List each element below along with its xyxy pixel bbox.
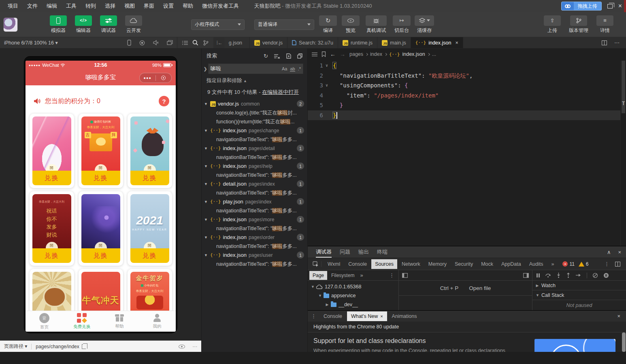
- editor-scrollbar[interactable]: T: [620, 61, 626, 246]
- fold-icon[interactable]: ∨: [326, 61, 333, 71]
- redeem-button[interactable]: 兑换: [81, 171, 120, 185]
- devtab-appdata[interactable]: AppData: [498, 259, 525, 269]
- whole-word-toggle[interactable]: ab: [290, 66, 295, 72]
- capsule-more-icon[interactable]: ●●●: [140, 76, 155, 80]
- result-file-row[interactable]: ▼ {··} index.jsonpages\help 1: [202, 162, 307, 171]
- remote-debug-button[interactable]: 真机调试: [364, 15, 389, 34]
- window-restore-button[interactable]: [607, 4, 613, 8]
- menu-tools[interactable]: 工具: [62, 1, 80, 11]
- redeem-button[interactable]: 兑换: [130, 171, 169, 185]
- outline-icon[interactable]: [312, 52, 317, 57]
- open-in-editor-link[interactable]: 在编辑器中打开: [262, 89, 299, 95]
- tab-output[interactable]: 输出: [355, 247, 372, 257]
- drawer-scrollbar[interactable]: [622, 332, 626, 352]
- mute-icon[interactable]: [153, 40, 159, 45]
- tab-terminal[interactable]: 终端: [374, 247, 391, 257]
- cover-card[interactable]: 2021 HAPPY NEW YEAR 開 兑换: [128, 191, 172, 266]
- search-icon[interactable]: [192, 40, 198, 46]
- capsule-close-icon[interactable]: [156, 76, 172, 80]
- search-input-box[interactable]: Aa ab .*: [208, 63, 303, 74]
- clear-cache-button[interactable]: 清缓存: [415, 15, 434, 34]
- tab-home[interactable]: ♕ 首页: [26, 311, 63, 332]
- tab-mine[interactable]: 我的: [138, 311, 176, 332]
- result-file-row[interactable]: ▼ {··} index.jsonpages\more 1: [202, 215, 307, 224]
- pause-on-exceptions-icon[interactable]: [603, 273, 609, 278]
- breadcrumb-file[interactable]: index.json: [402, 51, 425, 57]
- nav-tabs-overflow[interactable]: »: [358, 272, 364, 278]
- breadcrumb-pages[interactable]: pages: [349, 51, 363, 57]
- background-switch-button[interactable]: ↦ 切后台: [392, 15, 411, 34]
- result-match-line[interactable]: navigationBarTitleText": "哆啦多多...: [202, 260, 307, 269]
- refresh-icon[interactable]: ↻: [264, 53, 268, 59]
- close-tab-icon[interactable]: ×: [380, 314, 383, 319]
- menu-file[interactable]: 文件: [23, 1, 41, 11]
- result-file-row[interactable]: ▼ JS vendor.jscommon 2: [202, 99, 307, 108]
- result-file-row[interactable]: ▼ {··} index.jsonpages\order 1: [202, 233, 307, 242]
- devtab-wxml[interactable]: Wxml: [324, 259, 344, 269]
- help-button[interactable]: ?: [159, 96, 169, 106]
- pause-script-icon[interactable]: [537, 273, 540, 277]
- cover-card[interactable]: 開 兑换: [30, 114, 74, 188]
- menu-help[interactable]: 帮助: [179, 1, 197, 11]
- more-actions-icon[interactable]: ⋯: [614, 40, 620, 46]
- deactivate-breakpoints-icon[interactable]: [592, 273, 598, 278]
- tab-index-json[interactable]: {··}index.json×: [411, 37, 463, 48]
- drawer-tab-whats-new[interactable]: What's New×: [347, 311, 387, 321]
- step-icon[interactable]: [576, 273, 581, 277]
- search-input[interactable]: [211, 66, 243, 72]
- result-match-line[interactable]: console.log(e),{title:"我正在哆啦封...: [202, 108, 307, 117]
- tab-free-redeem[interactable]: 免费兑换: [63, 311, 101, 332]
- upload-button[interactable]: ⇧ 上传: [543, 15, 562, 34]
- menu-settings[interactable]: 设置: [160, 1, 177, 11]
- result-file-row[interactable]: ▼ {··} index.jsonpages\detail 1: [202, 144, 307, 153]
- result-match-line[interactable]: navigationBarTitleText": "哆啦多多...: [202, 188, 307, 197]
- devtab-network[interactable]: Network: [398, 259, 424, 269]
- close-panel-icon[interactable]: ×: [618, 249, 621, 255]
- tab-debugger[interactable]: 调试器: [313, 247, 335, 257]
- tree-item-dev[interactable]: ▶ __dev__: [308, 300, 398, 309]
- step-out-icon[interactable]: [566, 273, 571, 278]
- match-case-toggle[interactable]: Aa: [282, 66, 287, 71]
- redeem-button[interactable]: 兑换: [32, 171, 71, 185]
- search-filter-toggle[interactable]: 指定目录和排除 ▲: [202, 76, 307, 86]
- device-selector[interactable]: iPhone 6/7/8 100% 16 ▾: [4, 40, 58, 46]
- result-file-row[interactable]: ▼ {··} index.jsonpages\change 1: [202, 126, 307, 135]
- step-into-icon[interactable]: [556, 273, 561, 278]
- collapse-left-icon[interactable]: [402, 273, 408, 278]
- drawer-menu-icon[interactable]: ⋮: [311, 313, 316, 319]
- result-match-line[interactable]: navigationBarTitleText": "哆啦多多...: [202, 171, 307, 180]
- inspect-icon[interactable]: [313, 261, 319, 267]
- code-editor[interactable]: 1 ∨ { 2 "navigationBarTitleText": "欧皇源码论…: [308, 60, 626, 246]
- scheme-select[interactable]: 小程序模式: [191, 19, 245, 30]
- tab-runtime-js[interactable]: JSruntime.js: [338, 37, 377, 48]
- tab-vendor-js[interactable]: JSvendor.js: [250, 37, 287, 48]
- version-control-button[interactable]: 版本管理: [566, 15, 591, 34]
- result-match-line[interactable]: navigationBarTitleText": "哆啦多多...: [202, 135, 307, 144]
- window-close-button[interactable]: ×: [618, 3, 622, 9]
- source-control-icon[interactable]: [203, 40, 209, 46]
- watch-section[interactable]: ▶ Watch: [532, 281, 626, 290]
- compile-mode-select[interactable]: 普通编译: [254, 19, 314, 30]
- menu-select[interactable]: 选择: [101, 1, 119, 11]
- menu-devtools[interactable]: 微信开发者工具: [198, 1, 243, 11]
- clear-results-icon[interactable]: [274, 54, 280, 59]
- back-icon[interactable]: ←: [330, 51, 336, 57]
- copy-icon[interactable]: [82, 344, 86, 349]
- menu-view[interactable]: 视图: [121, 1, 138, 11]
- debugger-toggle-button[interactable]: 调试器: [99, 15, 118, 34]
- open-file-label[interactable]: Open file: [469, 285, 491, 291]
- breadcrumb-index[interactable]: index: [370, 51, 382, 57]
- result-match-line[interactable]: navigationBarTitleText": "哆啦多多...: [202, 206, 307, 215]
- result-file-row[interactable]: ▼ {··} detail.jsonpages\index 1: [202, 180, 307, 188]
- call-stack-section[interactable]: ▼ Call Stack: [532, 290, 626, 300]
- tab-search-results[interactable]: Search: 32.u7u: [287, 37, 338, 48]
- drawer-tab-animations[interactable]: Animations: [388, 311, 421, 321]
- split-editor-icon[interactable]: [602, 40, 607, 45]
- details-button[interactable]: ≡ 详情: [595, 15, 615, 34]
- bookmark-icon[interactable]: [322, 51, 326, 57]
- tab-help[interactable]: 帮助: [101, 311, 138, 332]
- devtab-mock[interactable]: Mock: [477, 259, 497, 269]
- compile-button[interactable]: ↻ 编译: [318, 15, 338, 34]
- page-path-selector[interactable]: 页面路径 ▾: [4, 343, 27, 350]
- redeem-button[interactable]: 兑换: [130, 248, 169, 263]
